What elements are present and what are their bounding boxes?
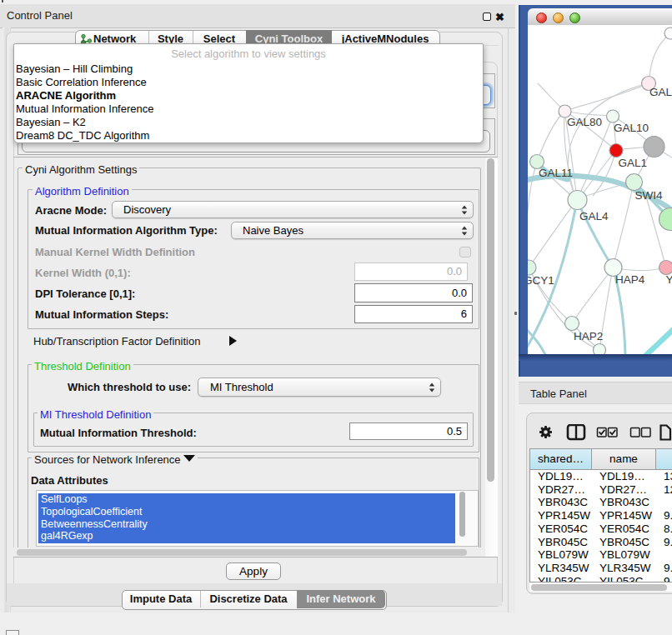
svg-text:SWI4: SWI4 [635, 189, 663, 202]
svg-text:GAL11: GAL11 [539, 167, 573, 179]
svg-text:GAL1: GAL1 [619, 157, 648, 169]
svg-text:GAL10: GAL10 [614, 122, 649, 134]
svg-text:HAP4: HAP4 [615, 273, 645, 286]
svg-text:GAL80: GAL80 [567, 116, 602, 128]
svg-text:GAL7: GAL7 [649, 86, 672, 98]
svg-text:GAL4: GAL4 [579, 210, 609, 222]
svg-text:YP: YP [666, 273, 672, 286]
svg-text:HAP2: HAP2 [574, 330, 603, 342]
svg-text:GCY1: GCY1 [528, 274, 554, 287]
